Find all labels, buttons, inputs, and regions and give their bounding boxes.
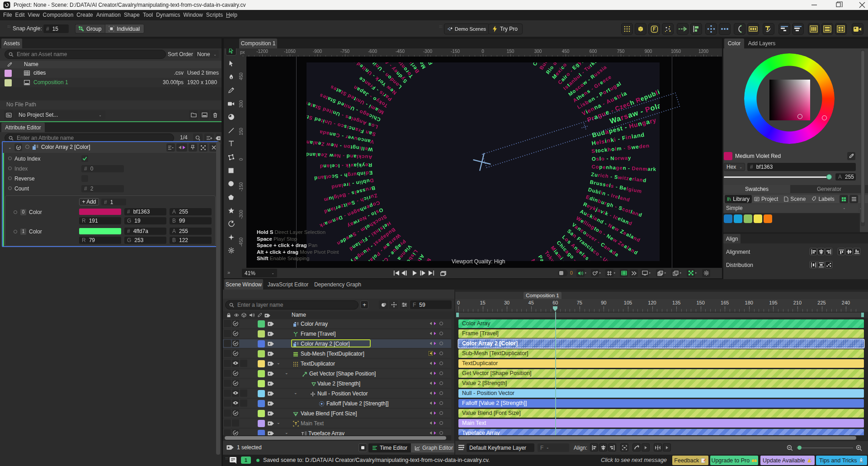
svg-text:London - United Kingdom: London - United Kingdom [524, 262, 557, 268]
svg-text:Seoul - South Korea: Seoul - South Korea [413, 57, 440, 62]
svg-text:Cape Town - South Africa: Cape Town - South Africa [419, 57, 448, 59]
svg-text:Sydney - Australia: Sydney - Australia [516, 265, 538, 268]
svg-text:Oslo - Norway: Oslo - Norway [592, 155, 631, 162]
svg-text:Buenos Aires - Argentina: Buenos Aires - Argentina [431, 57, 455, 57]
svg-text:Cairo - Egypt: Cairo - Egypt [429, 264, 446, 268]
svg-text:Rome - Italy: Rome - Italy [518, 57, 534, 60]
svg-text:Seoul - South Korea: Seoul - South Korea [525, 57, 553, 63]
svg-text:Reykjavik - Iceland: Reykjavik - Iceland [320, 162, 373, 169]
svg-text:Auckland - New Zealand: Auckland - New Zealand [305, 152, 372, 160]
svg-text:Copenhagen - Denmark: Copenhagen - Denmark [592, 164, 656, 172]
svg-text:Madrid - Spain: Madrid - Spain [510, 57, 527, 57]
svg-text:Istanbul - Turkey: Istanbul - Turkey [415, 261, 439, 268]
